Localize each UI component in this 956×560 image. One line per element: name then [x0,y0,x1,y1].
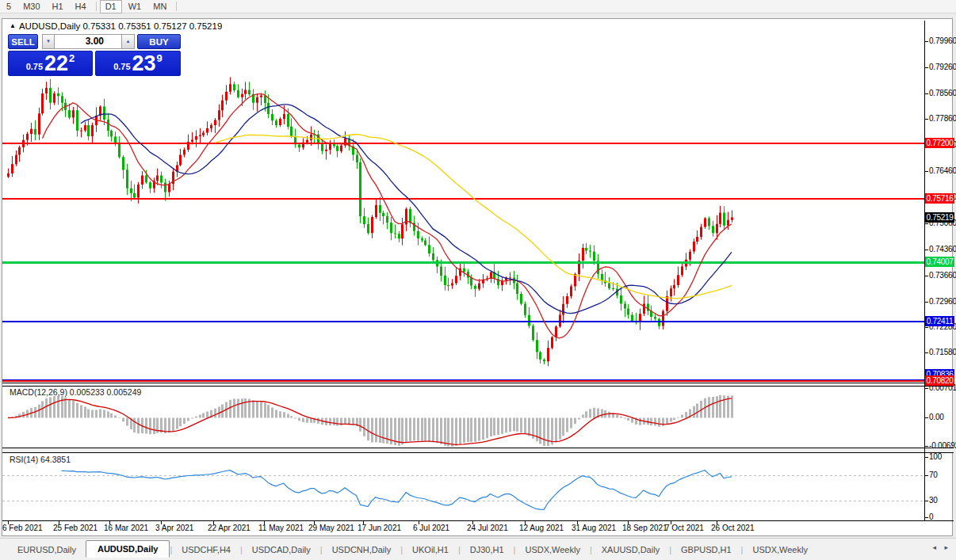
chart-tab-usdcad-daily[interactable]: USDCAD,Daily [243,542,320,557]
price-axis-tick-label: 0.79960 [929,36,956,45]
tab-scroll-left-button[interactable]: ◂ [932,543,936,551]
sell-price-display[interactable]: 0.75222 [8,51,93,76]
date-axis-label: 22 Apr 2021 [208,524,250,532]
volume-decrease-button[interactable]: ▼ [42,34,55,49]
chart-tab-usdx-weekly[interactable]: USDX,Weekly [515,542,589,557]
chart-title: ▲AUDUSD,Daily 0.75331 0.75351 0.75127 0.… [10,21,222,31]
volume-input[interactable]: 3.00 [54,34,122,49]
chart-tab-audusd-daily[interactable]: AUDUSD,Daily [86,540,170,558]
chart-tab-ukoil-h1[interactable]: UKOil,H1 [403,542,458,557]
buy-button[interactable]: BUY [137,34,181,49]
price-axis-tick-label: 0.71580 [929,348,956,356]
buy-price-sup: 9 [157,52,163,64]
date-axis-label: 29 May 2021 [308,524,354,532]
chart-tab-gbpusd-h1[interactable]: GBPUSD,H1 [671,542,741,557]
date-axis-label: 11 May 2021 [258,524,304,532]
price-badge-0.72411: 0.72411 [925,316,954,326]
volume-increase-button[interactable]: ▲ [121,34,135,49]
tab-scroll-arrows: ◂ ▸ [926,543,948,551]
date-axis-label: 18 Sep 2021 [622,524,667,532]
chart-tab-usdcnh-daily[interactable]: USDCNH,Daily [323,542,401,557]
price-badge-0.75716: 0.75716 [925,193,954,204]
tab-scroll-right-button[interactable]: ▸ [944,543,948,551]
date-axis-label: 16 Mar 2021 [104,524,148,532]
macd-axis-tick-label: 0.00 [929,413,944,421]
price-badge-0.75219: 0.75219 [925,212,954,223]
price-axis-tick-label: 0.72960 [929,297,956,306]
price-axis-tick-label: 0.73660 [929,271,956,280]
trading-terminal-window: 5M30H1H4D1W1MN ▲AUDUSD,Daily 0.75331 0.7… [0,0,956,560]
price-axis-tick-label: 0.74360 [929,245,956,253]
date-axis-label: 6 Feb 2021 [2,524,43,532]
chart-tab-xauusd-daily[interactable]: XAUUSD,Daily [592,542,669,557]
sell-price-big: 22 [44,54,68,74]
price-axis-tick-label: 0.77860 [929,114,956,123]
chart-tab-bar: EURUSD,DailyAUDUSD,Daily|USDCHF,H4|USDCA… [0,538,956,560]
price-axis-tick-label: 0.76460 [929,166,956,175]
date-axis-label: 25 Feb 2021 [53,524,98,532]
price-badge-0.70820: 0.70820 [925,375,954,386]
date-axis-label: 6 Jul 2021 [413,524,449,532]
chart-tab-eurusd-daily[interactable]: EURUSD,Daily [8,542,86,557]
date-axis-label: 12 Aug 2021 [519,524,564,532]
chart-tab-usdx-weekly[interactable]: USDX,Weekly [743,542,816,557]
date-axis-label: 3 Apr 2021 [155,524,193,532]
sell-button[interactable]: SELL [8,34,38,49]
price-badge-0.77200: 0.77200 [925,138,954,148]
date-axis-label: 17 Jun 2021 [358,524,401,532]
macd-axis-tick-label: -0.00692 [929,441,956,450]
chart-title-text: AUDUSD,Daily 0.75331 0.75351 0.75127 0.7… [19,21,222,31]
macd-indicator-label: MACD(12,26,9) 0.005233 0.005249 [10,387,141,397]
sell-price-sup: 2 [69,52,75,64]
chevron-down-icon: ▼ [46,39,51,44]
rsi-axis-tick-label: 100 [929,452,942,461]
price-axis-tick-label: 0.78560 [929,89,956,97]
buy-price-prefix: 0.75 [113,62,130,74]
chart-tab-usdchf-h4[interactable]: USDCHF,H4 [172,542,240,557]
chart-expand-icon[interactable]: ▲ [10,22,16,29]
date-axis-label: 31 Aug 2021 [572,524,616,532]
price-badge-0.74007: 0.74007 [925,257,954,267]
one-click-trading-widget: SELL ▼ 3.00 ▲ BUY 0.75222 0.75239 [8,34,181,77]
rsi-indicator-label: RSI(14) 64.3851 [10,455,71,464]
date-axis-label: 26 Oct 2021 [711,524,754,532]
date-axis-label: 7 Oct 2021 [665,524,704,532]
chart-canvas[interactable] [0,0,956,560]
rsi-axis-tick-label: 30 [929,496,938,505]
chart-tab-dj30-h1[interactable]: DJ30,H1 [461,542,514,557]
chevron-up-icon: ▲ [126,39,131,44]
rsi-axis-tick-label: 70 [929,470,938,479]
price-axis-tick-label: 0.79260 [929,63,956,71]
rsi-axis-tick-label: 0 [929,512,933,521]
buy-price-display[interactable]: 0.75239 [95,51,181,76]
buy-price-big: 23 [132,54,156,74]
date-axis-label: 24 Jul 2021 [467,524,508,532]
sell-price-prefix: 0.75 [26,62,43,74]
